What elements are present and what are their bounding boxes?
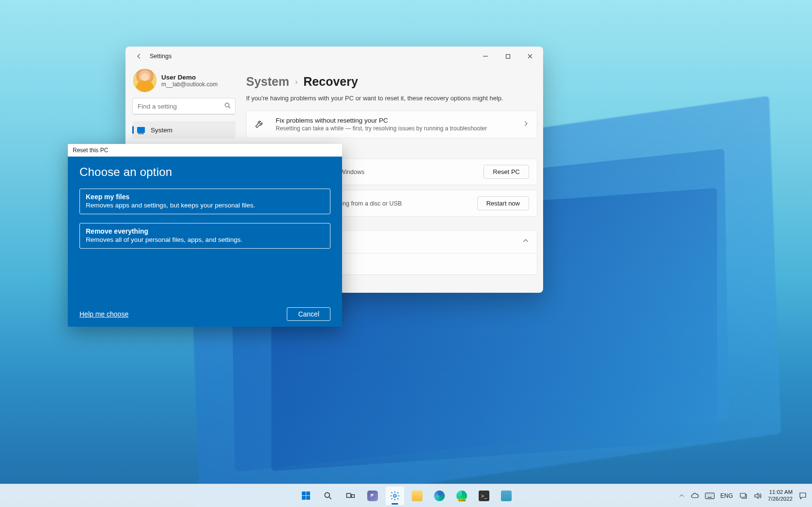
search-button[interactable] [318,486,338,506]
option-desc: Removes all of your personal files, apps… [86,236,324,243]
svg-rect-3 [347,493,351,497]
search-field [132,98,235,114]
close-button[interactable] [519,48,541,64]
reset-pc-button[interactable]: Reset PC [484,165,529,179]
reset-this-pc-dialog: Reset this PC Choose an option Keep my f… [68,144,342,327]
svg-point-7 [393,494,396,497]
notifications-icon[interactable] [798,491,807,500]
svg-rect-6 [371,493,372,496]
app-title: Settings [150,53,172,60]
search-input[interactable] [132,98,235,114]
cancel-button[interactable]: Cancel [287,307,330,321]
chevron-right-icon [522,120,529,129]
start-button[interactable] [296,486,315,506]
clock[interactable]: 11:02 AM 7/26/2022 [768,489,793,502]
taskbar-app-explorer[interactable] [407,486,427,506]
onedrive-icon[interactable] [690,491,699,500]
sidebar-item-label: System [151,127,172,134]
user-account[interactable]: User Demo m__lab@outlook.com [133,69,235,92]
svg-point-5 [372,493,374,495]
network-icon[interactable] [739,491,748,500]
chevron-up-icon [522,238,529,246]
language-indicator[interactable]: ENG [720,492,733,499]
task-view-button[interactable] [341,486,360,506]
back-button[interactable] [132,49,146,63]
breadcrumb: System › Recovery [246,75,537,89]
keyboard-icon[interactable] [705,492,715,499]
help-me-choose-link[interactable]: Help me choose [79,310,128,318]
dialog-heading: Choose an option [79,165,330,179]
system-tray: ENG 11:02 AM 7/26/2022 [679,489,812,502]
chevron-right-icon: › [295,78,297,86]
svg-rect-9 [740,493,746,497]
date: 7/26/2022 [768,496,793,502]
monitor-icon [137,127,145,133]
maximize-button[interactable] [497,48,519,64]
volume-icon[interactable] [753,491,762,500]
wrench-icon [254,118,265,131]
intro-text: If you're having problems with your PC o… [246,95,537,102]
taskbar-app-chat[interactable] [363,486,382,506]
svg-point-1 [225,103,229,107]
avatar [133,69,156,92]
dialog-titlebar: Reset this PC [68,144,342,157]
taskbar-app-edge[interactable] [430,486,449,506]
sidebar-item-system[interactable]: System [132,121,235,139]
option-keep-my-files[interactable]: Keep my files Removes apps and settings,… [79,189,330,214]
troubleshooter-card[interactable]: Fix problems without resetting your PC R… [246,111,537,138]
option-remove-everything[interactable]: Remove everything Removes all of your pe… [79,223,330,249]
option-desc: Removes apps and settings, but keeps you… [86,202,324,209]
taskbar-app-terminal[interactable]: >_ [474,486,494,506]
taskbar-app-generic[interactable] [497,486,516,506]
tray-overflow-button[interactable] [679,493,685,499]
taskbar-app-edge-canary[interactable]: CAN [452,486,471,506]
option-title: Remove everything [86,227,324,235]
page-title: Recovery [303,75,358,89]
svg-rect-0 [506,54,510,58]
windows-icon [302,491,310,500]
user-email: m__lab@outlook.com [161,81,218,88]
breadcrumb-parent[interactable]: System [246,75,289,89]
svg-rect-4 [352,494,355,497]
option-title: Keep my files [86,193,324,201]
svg-rect-8 [705,493,714,499]
taskbar-app-settings[interactable] [385,486,405,506]
svg-point-2 [325,492,329,497]
card-subtitle: Resetting can take a while — first, try … [276,125,512,132]
time: 11:02 AM [769,489,793,495]
restart-now-button[interactable]: Restart now [477,196,529,210]
taskbar: CAN >_ ENG 11:02 AM 7/26/2022 [0,484,812,507]
search-icon [224,102,232,111]
titlebar: Settings [125,47,543,66]
user-name: User Demo [161,74,218,81]
minimize-button[interactable] [474,48,497,64]
card-title: Fix problems without resetting your PC [276,117,512,124]
